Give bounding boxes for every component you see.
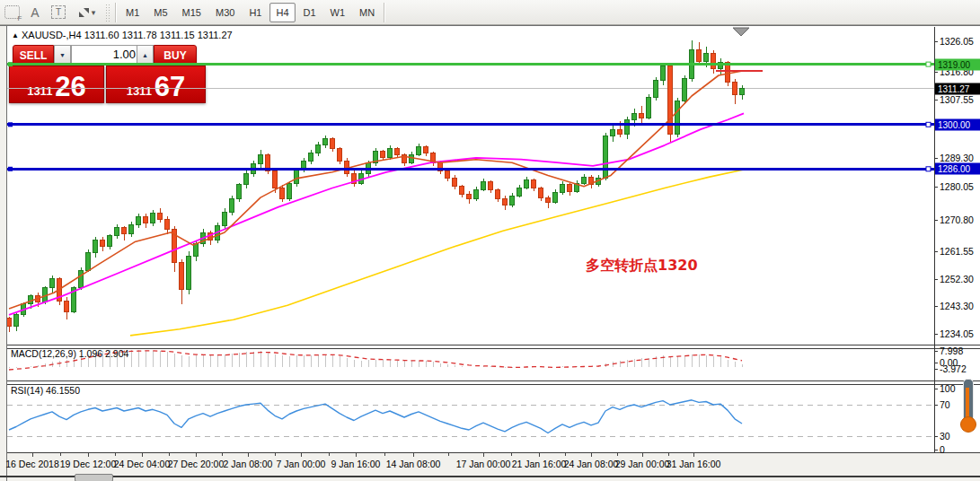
price-badge-1319.00: 1319.00 bbox=[935, 59, 980, 71]
time-axis-tick bbox=[196, 453, 197, 457]
main-chart-canvas[interactable] bbox=[7, 27, 934, 345]
price-axis-label: 1270.80 bbox=[940, 214, 974, 225]
time-axis-tick bbox=[642, 453, 643, 457]
rsi-panel-canvas[interactable] bbox=[7, 383, 934, 452]
label-tool-icon-letter: T bbox=[56, 7, 61, 17]
time-axis-tick bbox=[301, 453, 302, 457]
price-axis-label: 30 bbox=[940, 431, 950, 442]
price-axis-label: 1252.30 bbox=[940, 274, 974, 284]
time-axis-tick bbox=[591, 453, 592, 457]
time-axis-label: 16 Dec 2018 bbox=[5, 459, 59, 469]
price-badge-1286.00: 1286.00 bbox=[935, 163, 980, 175]
price-axis-label: 7.998 bbox=[940, 345, 963, 356]
time-axis-tick-minor bbox=[115, 453, 116, 456]
axis-tick bbox=[934, 158, 938, 159]
label-tool-icon: T bbox=[51, 5, 66, 19]
time-axis-tick bbox=[413, 453, 414, 457]
time-axis-label: 24 Dec 04:00 bbox=[114, 459, 170, 469]
timeframe-button-d1[interactable]: D1 bbox=[297, 3, 322, 22]
price-axis-label: 1261.55 bbox=[940, 246, 974, 257]
toolbar-separator bbox=[115, 3, 117, 22]
timeframe-button-w1[interactable]: W1 bbox=[324, 3, 352, 22]
axis-tick bbox=[934, 187, 938, 188]
time-axis-tick-minor bbox=[565, 453, 566, 456]
axis-tick bbox=[934, 450, 938, 450]
axis-tick bbox=[934, 220, 938, 221]
price-axis-label: 1243.30 bbox=[940, 301, 974, 311]
time-axis-tick-minor bbox=[384, 453, 385, 456]
time-axis-label: 29 Jan 00:00 bbox=[615, 459, 670, 469]
text-tool-button[interactable]: A bbox=[23, 2, 47, 22]
time-axis-tick-minor bbox=[617, 453, 618, 456]
axis-tick bbox=[934, 334, 938, 335]
price-axis-label: 1234.05 bbox=[940, 328, 974, 339]
axis-tick bbox=[934, 279, 938, 280]
price-axis-label: 1326.05 bbox=[940, 36, 974, 47]
time-axis-tick bbox=[483, 453, 484, 457]
price-axis-label: -3.972 bbox=[940, 363, 967, 374]
thermometer-icon[interactable] bbox=[955, 379, 980, 436]
price-badge-1300.00: 1300.00 bbox=[935, 119, 980, 131]
price-axis-label: 0 bbox=[940, 444, 945, 455]
chevron-down-icon[interactable]: ▾ bbox=[92, 8, 96, 17]
thermometer-bulb bbox=[960, 416, 976, 433]
macd-label: MACD(12,26,9) 1.096 2.904 bbox=[11, 348, 128, 359]
timeframe-button-h4[interactable]: H4 bbox=[269, 3, 295, 22]
axis-tick bbox=[934, 351, 938, 352]
time-axis-label: 24 Jan 08:00 bbox=[564, 459, 619, 469]
arrows-tool-button[interactable]: ▾ bbox=[70, 2, 102, 22]
time-axis-label: 27 Dec 20:00 bbox=[168, 459, 224, 469]
time-axis-tick-minor bbox=[60, 453, 61, 456]
text-tool-icon: A bbox=[31, 5, 39, 20]
timeframe-button-m1[interactable]: M1 bbox=[119, 3, 146, 22]
axis-tick bbox=[934, 100, 938, 101]
time-axis-label: 21 Jan 16:00 bbox=[512, 459, 567, 469]
price-axis-label: 1280.05 bbox=[940, 181, 974, 192]
axis-tick bbox=[934, 436, 938, 437]
time-axis-tick bbox=[539, 453, 540, 457]
timeframe-button-m30[interactable]: M30 bbox=[209, 3, 241, 22]
time-axis-label: 9 Jan 16:00 bbox=[331, 459, 381, 469]
chart-annotation-text[interactable]: 多空转折点1320 bbox=[586, 257, 698, 275]
time-axis-tick-minor bbox=[511, 453, 512, 456]
macd-panel-canvas[interactable] bbox=[7, 347, 934, 380]
fibonacci-tool-button[interactable]: F bbox=[0, 2, 23, 22]
rsi-label: RSI(14) 46.1550 bbox=[11, 385, 80, 396]
axis-tick bbox=[934, 389, 938, 389]
horizontal-scrollbar[interactable] bbox=[0, 476, 980, 477]
fibonacci-icon-letter: F bbox=[18, 14, 22, 22]
time-axis-tick bbox=[88, 453, 89, 457]
time-axis-tick bbox=[693, 453, 694, 457]
time-axis-tick-minor bbox=[169, 453, 170, 456]
toolbar-grip bbox=[105, 4, 110, 22]
axis-tick bbox=[934, 405, 938, 406]
time-axis-label: 31 Jan 16:00 bbox=[667, 459, 721, 469]
time-axis-tick-minor bbox=[448, 453, 449, 456]
axis-tick bbox=[934, 306, 938, 307]
timeframe-button-mn[interactable]: MN bbox=[353, 3, 381, 22]
time-axis-tick-minor bbox=[275, 453, 276, 456]
label-tool-button[interactable]: T bbox=[47, 2, 70, 22]
time-axis-tick bbox=[32, 453, 33, 457]
time-axis-tick bbox=[142, 453, 143, 457]
toolbar-separator bbox=[384, 3, 385, 22]
time-axis-label: 14 Jan 08:00 bbox=[386, 459, 441, 469]
price-axis-label: 70 bbox=[940, 399, 950, 410]
time-axis-tick bbox=[248, 453, 249, 457]
toolbar: F A T ▾ M1M5M15M30H1H4D1W1MN bbox=[0, 0, 980, 25]
axis-tick bbox=[934, 72, 938, 73]
scrollbar-thumb[interactable] bbox=[75, 474, 113, 481]
time-axis-label: 2 Jan 08:00 bbox=[224, 459, 273, 469]
time-axis-label: 7 Jan 00:00 bbox=[277, 459, 326, 469]
axis-tick bbox=[934, 251, 938, 252]
timeframe-button-m15[interactable]: M15 bbox=[176, 3, 207, 22]
price-axis-label: 1307.55 bbox=[940, 94, 974, 105]
time-axis-label: 19 Dec 12:00 bbox=[60, 459, 116, 469]
price-axis-label: 1289.30 bbox=[940, 153, 974, 163]
price-axis-label: 100 bbox=[940, 383, 956, 394]
timeframe-group: M1M5M15M30H1H4D1W1MN bbox=[119, 3, 382, 22]
timeframe-button-m5[interactable]: M5 bbox=[147, 3, 173, 22]
time-axis-tick bbox=[356, 453, 357, 457]
timeframe-button-h1[interactable]: H1 bbox=[243, 3, 268, 22]
time-axis-tick-minor bbox=[329, 453, 330, 456]
